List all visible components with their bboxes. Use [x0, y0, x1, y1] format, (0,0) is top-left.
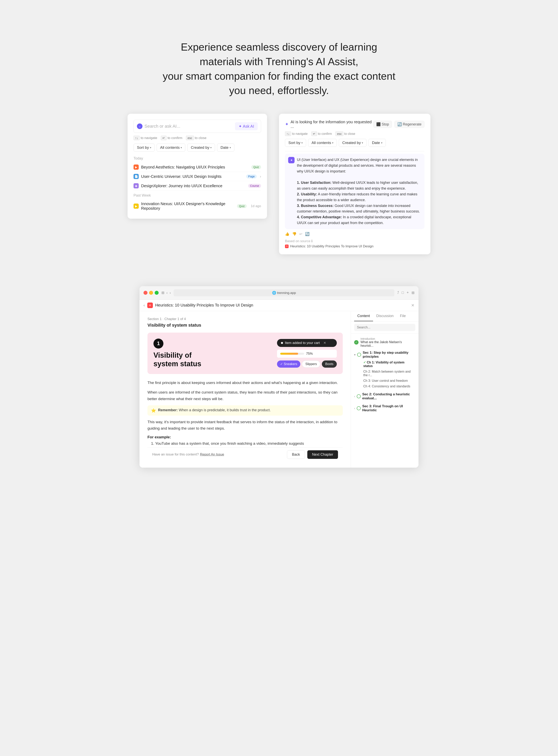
illustration-box: 1 Visibility ofsystem status Item added … — [148, 332, 343, 374]
traffic-light-red[interactable] — [144, 291, 148, 295]
sort-by-filter[interactable]: Sort by ▾ — [133, 143, 155, 152]
list-item[interactable]: ▶ Beyond Aesthetics: Navigating UI/UX Pr… — [133, 163, 261, 172]
add-tab-icon[interactable]: + — [407, 291, 409, 295]
grid-icon[interactable]: ⊞ — [411, 291, 414, 295]
browser-window: ⊞ ‹ › 🌐 trenning.app ⤴ □ + ⊞ ‹ H — [140, 286, 418, 468]
bookmark-icon[interactable]: □ — [402, 291, 404, 295]
body-paragraph-3: This way, it's important to provide inst… — [148, 419, 343, 432]
tab-content[interactable]: Content — [354, 311, 373, 321]
back-button[interactable]: ‹ — [144, 303, 145, 307]
url-bar[interactable]: 🌐 trenning.app — [174, 289, 395, 296]
progress-bar-container — [280, 353, 304, 355]
traffic-lights — [144, 291, 159, 295]
forward-browser-button[interactable]: › — [170, 291, 171, 295]
filter-row: Sort by ▾ All contents ▾ Created by ▾ Da… — [133, 143, 261, 152]
chevron-right-icon-3: › — [354, 407, 355, 410]
report-issue: Have an issue for this content? Report A… — [152, 453, 224, 456]
list-item[interactable]: ◉ DesignXplorer: Journey into UI/UX Exce… — [133, 181, 261, 191]
sneakers-button[interactable]: ✓ Sneakers — [277, 360, 301, 368]
result-icon-0: ▶ — [133, 164, 139, 170]
back-browser-button[interactable]: ‹ — [167, 291, 168, 295]
nav-hints: ↑↓ to navigate ↵ to confirm esc to close — [133, 136, 261, 140]
intro-check-icon: ✓ — [354, 340, 358, 345]
sidebar-toggle-button[interactable]: ⊞ — [161, 291, 164, 295]
boots-button[interactable]: Boots — [322, 360, 337, 368]
toc-search-input[interactable] — [354, 324, 415, 331]
toc-chapter-item[interactable]: Ch 2: Match between system and the r... — [354, 369, 415, 378]
course-title: Heuristics: 10 Usability Principles To I… — [155, 303, 253, 307]
regenerate-button[interactable]: 🔄 Regenerate — [395, 121, 425, 128]
ui-demos: Item added to your cart ✕ 75% — [277, 339, 337, 368]
tab-file[interactable]: File — [397, 311, 409, 321]
share-icon[interactable]: ⤴ — [397, 291, 399, 295]
traffic-light-green[interactable] — [155, 291, 159, 295]
ai-filter-row: Sort by ▾ All contents ▾ Created by ▾ Da… — [285, 139, 425, 147]
created-by-filter[interactable]: Created by ▾ — [187, 143, 215, 152]
next-chapter-button[interactable]: Next Chapter — [307, 450, 338, 459]
demo-notification: Item added to your cart ✕ — [277, 339, 337, 347]
browser-right-icons: ⤴ □ + ⊞ — [397, 291, 414, 295]
report-issue-link[interactable]: Report An Issue — [200, 453, 224, 456]
ai-panel: ✦ AI is looking for the information you … — [279, 114, 430, 254]
past-week-label: Past Week — [133, 193, 261, 197]
list-item[interactable]: 📄 User-Centric Universe: UI/UX Design In… — [133, 172, 261, 181]
ask-ai-button[interactable]: ✦ Ask AI — [235, 122, 258, 130]
result-badge-1: Page — [246, 174, 257, 179]
demo-progress: 75% — [277, 350, 337, 358]
body-paragraph-1: The first principle is about keeping use… — [148, 380, 343, 386]
today-label: Today — [133, 156, 261, 161]
date-filter[interactable]: Date ▾ — [217, 143, 234, 152]
result-icon-2: ◉ — [133, 183, 139, 188]
right-tabs: Content Discussion File — [351, 311, 418, 321]
toc-intro-item[interactable]: ✓ Introduction What are the Jakob Nielse… — [351, 335, 418, 349]
browser-chrome: ⊞ ‹ › 🌐 trenning.app ⤴ □ + ⊞ — [140, 286, 418, 300]
search-placeholder: Search or ask AI... — [145, 124, 180, 129]
ai-response-item: ✦ UI (User Interface) and UX (User Exper… — [285, 154, 425, 229]
ai-header: ✦ AI is looking for the information you … — [285, 120, 425, 129]
toc-section-2: › Sec 2: Conducting a heuristic evaluat.… — [351, 391, 418, 403]
result-badge-2: Course — [248, 184, 261, 188]
ai-actions: ⬛ Stop 🔄 Regenerate — [373, 121, 425, 128]
right-panel: Content Discussion File ✓ — [351, 311, 418, 468]
ai-star-icon: ✦ — [285, 122, 288, 127]
progress-bar-fill — [280, 353, 298, 355]
toc-section-1-header[interactable]: ▾ Sec 1: Step by step usability principl… — [354, 351, 415, 359]
app-layout: ‹ H Heuristics: 10 Usability Principles … — [140, 300, 418, 468]
stop-button[interactable]: ⬛ Stop — [373, 121, 392, 128]
ai-all-contents-filter[interactable]: All contents ▾ — [308, 139, 337, 147]
slippers-button[interactable]: Slippers — [302, 360, 320, 368]
main-content: Section 1 · Chapter 1 of 4 Visibility of… — [140, 311, 351, 468]
ai-source-item[interactable]: H Heuristics: 10 Usability Principles To… — [285, 244, 425, 248]
ai-feedback: 👍 👎 ↩ 🔄 — [285, 232, 425, 236]
ai-date-filter[interactable]: Date ▾ — [369, 139, 386, 147]
toc-section-3-header[interactable]: › Sec 3: Final Trough on UI Heuristic — [354, 404, 415, 412]
toc-chapter-item[interactable]: Ch 4: Consistency and standards — [354, 384, 415, 389]
toc-chapter-item[interactable]: Ch 3: User control and freedom — [354, 378, 415, 384]
toc-section-2-header[interactable]: › Sec 2: Conducting a heuristic evaluat.… — [354, 392, 415, 400]
toc-section-1: ▾ Sec 1: Step by step usability principl… — [351, 349, 418, 391]
url-favicon: 🌐 — [272, 291, 276, 295]
toc-chapter-item[interactable]: Ch 1: Visibility of system status — [354, 359, 415, 369]
all-contents-filter[interactable]: All contents ▾ — [157, 143, 185, 152]
ai-sort-by-filter[interactable]: Sort by ▾ — [285, 139, 306, 147]
right-search — [351, 321, 418, 333]
ai-title: ✦ AI is looking for the information you … — [285, 120, 373, 129]
traffic-light-yellow[interactable] — [149, 291, 153, 295]
close-button[interactable]: ✕ — [411, 303, 414, 308]
screenshots-section: ⌕ Search or ask AI... ✦ Ask AI ↑↓ to nav… — [128, 114, 430, 254]
highlight-icon: ⭐ — [151, 408, 156, 413]
search-panel: ⌕ Search or ask AI... ✦ Ask AI ↑↓ to nav… — [128, 114, 267, 219]
chevron-right-icon: › — [354, 395, 355, 398]
ai-created-by-filter[interactable]: Created by ▾ — [339, 139, 366, 147]
ai-response-content: UI (User Interface) and UX (User Experie… — [297, 157, 421, 226]
tab-discussion[interactable]: Discussion — [373, 311, 397, 321]
content-area: Section 1 · Chapter 1 of 4 Visibility of… — [140, 311, 418, 468]
list-item[interactable]: ▶ Innovation Nexus: UI/UX Designer's Kno… — [133, 199, 261, 213]
highlight-box: ⭐ Remember: When a design is predictable… — [148, 405, 343, 416]
browser-controls: ⊞ ‹ › — [161, 291, 171, 295]
ai-avatar: ✦ — [288, 157, 295, 163]
back-nav-button[interactable]: Back — [287, 450, 305, 459]
section-check-icon — [357, 353, 361, 357]
browser-section: ⊞ ‹ › 🌐 trenning.app ⤴ □ + ⊞ ‹ H — [140, 286, 418, 468]
result-time-3: 1d ago — [251, 204, 261, 208]
